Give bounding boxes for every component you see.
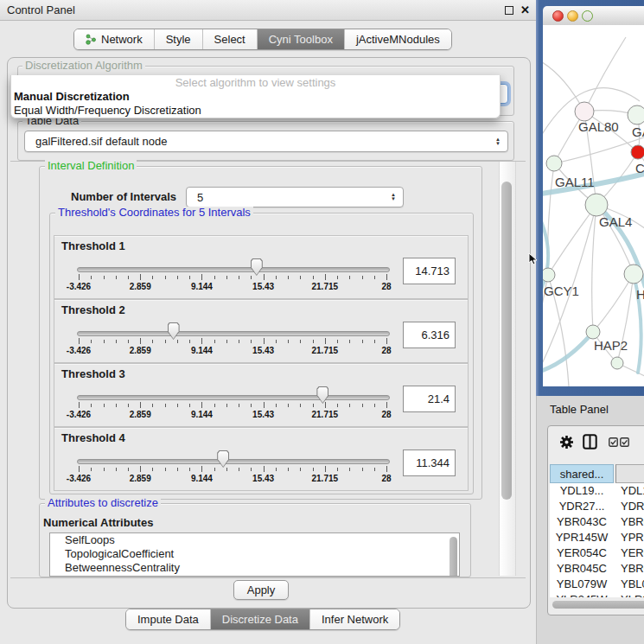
tick-mark xyxy=(214,468,215,471)
network-node-label: GAL80 xyxy=(578,119,619,134)
threshold-3-slider[interactable] xyxy=(77,395,390,400)
tick-mark xyxy=(177,468,178,471)
number-of-intervals-combobox[interactable]: 5 ▲▼ xyxy=(186,187,404,207)
network-node-gcy1[interactable] xyxy=(543,268,555,282)
tick-mark xyxy=(325,274,326,280)
cell-name: YER0 xyxy=(614,545,644,561)
column-layout-icon[interactable] xyxy=(583,434,597,450)
network-node-h[interactable] xyxy=(624,265,643,284)
float-window-icon[interactable] xyxy=(505,6,513,15)
tick-label: 9.144 xyxy=(179,474,224,483)
tab-style[interactable]: Style xyxy=(154,29,202,49)
table-row[interactable]: YDL19...YDL1 xyxy=(550,483,644,499)
threshold-1-slider[interactable] xyxy=(77,267,390,272)
table-row[interactable]: YBR043CYBR0 xyxy=(550,514,644,530)
dropdown-placeholder-item[interactable]: Select algorithm to view settings xyxy=(11,76,500,90)
column-header-shared-name[interactable]: shared... xyxy=(550,464,614,483)
list-item-betweennesscentrality[interactable]: BetweennessCentrality xyxy=(50,561,459,575)
network-node-gal11[interactable] xyxy=(546,156,562,171)
interval-definition-label: Interval Definition xyxy=(45,160,137,172)
tick-mark xyxy=(374,340,375,343)
number-of-intervals-value: 5 xyxy=(197,188,203,207)
tick-mark xyxy=(116,468,117,471)
table-row[interactable]: YLR345WYLR3 xyxy=(550,592,644,597)
vertical-scrollbar-thumb[interactable] xyxy=(501,182,512,500)
table-row[interactable]: YDR27...YDR2 xyxy=(550,499,644,514)
horizontal-scrollbar-thumb[interactable] xyxy=(552,601,644,609)
threshold-2-value-field[interactable]: 6.316 xyxy=(403,322,456,348)
tab-discretize-data[interactable]: Discretize Data xyxy=(210,609,309,629)
threshold-3-value-field[interactable]: 21.4 xyxy=(403,386,456,412)
cell-name: YBR0 xyxy=(614,514,644,530)
tick-mark xyxy=(288,468,289,471)
threshold-1-slider-handle[interactable] xyxy=(251,258,263,276)
minimize-traffic-light[interactable] xyxy=(567,10,578,22)
tick-label: 15.43 xyxy=(241,282,286,291)
table-row[interactable]: YBL079WYBL0 xyxy=(550,577,644,592)
network-node-label: H xyxy=(636,287,644,302)
tab-infer-network[interactable]: Infer Network xyxy=(309,609,399,629)
tick-mark xyxy=(276,340,277,343)
table-data-combobox[interactable]: galFiltered.sif default node ▲▼ xyxy=(24,131,508,152)
network-window-titlebar[interactable] xyxy=(543,6,644,26)
checkbox-icon[interactable] xyxy=(620,437,629,447)
cell-shared-name: YBL079W xyxy=(550,577,614,592)
tick-mark xyxy=(201,402,202,408)
column-header-name[interactable]: na xyxy=(615,464,644,483)
network-node-c[interactable] xyxy=(631,145,644,159)
gear-icon[interactable] xyxy=(559,435,574,450)
tick-label: 15.43 xyxy=(241,474,286,483)
close-traffic-light[interactable] xyxy=(552,10,564,22)
tick-mark xyxy=(214,340,215,343)
zoom-traffic-light[interactable] xyxy=(582,10,593,22)
threshold-2-slider-handle[interactable] xyxy=(168,322,180,340)
cell-shared-name: YDL19... xyxy=(550,483,614,499)
apply-button[interactable]: Apply xyxy=(233,580,289,600)
threshold-4-slider-handle[interactable] xyxy=(217,450,229,468)
tab-label: Network xyxy=(101,29,143,49)
threshold-3-slider-handle[interactable] xyxy=(316,386,328,404)
checkbox-icon[interactable] xyxy=(609,437,618,447)
threshold-4-value-field[interactable]: 11.344 xyxy=(403,450,456,476)
tick-mark xyxy=(313,276,314,279)
network-node-ga[interactable] xyxy=(628,105,644,124)
threshold-2-slider[interactable] xyxy=(77,331,390,336)
tab-select[interactable]: Select xyxy=(202,29,257,49)
dropdown-item-equal-width-frequency-discretization[interactable]: Equal Width/Frequency Discretization xyxy=(11,104,500,118)
tick-mark xyxy=(177,340,178,343)
network-node-gal4[interactable] xyxy=(585,194,608,216)
tick-mark xyxy=(276,276,277,279)
list-item-selfloops[interactable]: SelfLoops xyxy=(50,533,459,547)
tick-mark xyxy=(140,338,141,344)
tick-mark xyxy=(325,466,326,472)
tick-mark xyxy=(276,404,277,407)
dropdown-item-manual-discretization[interactable]: Manual Discretization xyxy=(11,90,500,104)
threshold-4-slider[interactable] xyxy=(77,459,390,464)
table-row[interactable]: YBR045CYBR0 xyxy=(550,561,644,577)
threshold-1-panel: Threshold 1-3.4262.8599.14415.4321.71528… xyxy=(54,235,469,299)
network-view-canvas[interactable]: GAL80GACGAL11GAL4GCY1HHAP2 xyxy=(543,25,644,386)
network-node-hap2[interactable] xyxy=(586,325,600,339)
network-graph: GAL80GACGAL11GAL4GCY1HHAP2 xyxy=(543,25,644,386)
network-node-gal80[interactable] xyxy=(575,102,594,121)
tick-mark xyxy=(140,274,141,280)
network-node-label: GA xyxy=(632,124,644,139)
list-scrollbar-thumb[interactable] xyxy=(450,537,457,577)
list-item-topologicalcoefficient[interactable]: TopologicalCoefficient xyxy=(50,547,459,561)
cell-shared-name: YDR27... xyxy=(550,499,614,514)
numerical-attributes-list[interactable]: SelfLoopsTopologicalCoefficientBetweenne… xyxy=(49,532,460,577)
tab-jactivemnodules[interactable]: jActiveMNodules xyxy=(344,29,451,49)
thresholds-group-label: Threshold's Coordinates for 5 Intervals xyxy=(55,207,253,219)
close-icon[interactable]: ✕ xyxy=(520,2,530,19)
tab-network[interactable]: Network xyxy=(74,29,154,49)
table-row[interactable]: YPR145WYPR1 xyxy=(550,530,644,545)
tick-mark xyxy=(214,276,215,279)
tab-cyni-toolbox[interactable]: Cyni Toolbox xyxy=(257,29,344,49)
threshold-1-value-field[interactable]: 14.713 xyxy=(403,258,456,284)
network-node[interactable] xyxy=(611,357,623,369)
tick-mark xyxy=(226,276,227,279)
tick-mark xyxy=(337,276,338,279)
table-row[interactable]: YER054CYER0 xyxy=(550,545,644,561)
tab-impute-data[interactable]: Impute Data xyxy=(126,609,210,629)
tick-mark xyxy=(386,274,387,280)
